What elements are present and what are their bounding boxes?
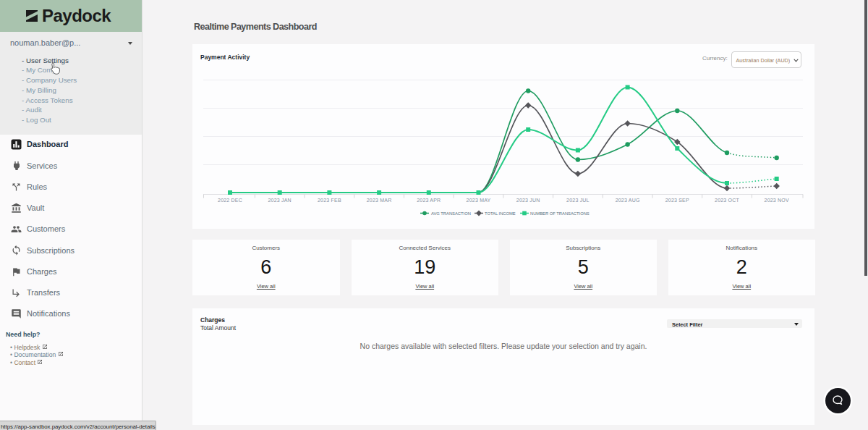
svg-text:2023 AUG: 2023 AUG — [616, 198, 640, 203]
svg-text:NUMBER OF TRANSACTIONS: NUMBER OF TRANSACTIONS — [530, 211, 590, 216]
svg-text:2023 JAN: 2023 JAN — [268, 198, 292, 203]
svg-text:2023 FEB: 2023 FEB — [318, 198, 341, 203]
svg-text:2023 SEP: 2023 SEP — [665, 198, 689, 203]
svg-text:2023 MAY: 2023 MAY — [467, 198, 491, 203]
svg-text:2023 OCT: 2023 OCT — [715, 198, 739, 203]
svg-text:AVG TRANSACTION: AVG TRANSACTION — [431, 211, 471, 216]
svg-text:TOTAL INCOME: TOTAL INCOME — [485, 211, 516, 216]
svg-text:2023 JUL: 2023 JUL — [566, 198, 590, 203]
svg-text:2022 DEC: 2022 DEC — [218, 198, 242, 203]
svg-text:2023 NOV: 2023 NOV — [765, 198, 789, 203]
svg-text:2023 APR: 2023 APR — [417, 198, 441, 203]
svg-text:2023 MAR: 2023 MAR — [367, 198, 392, 203]
svg-text:2023 JUN: 2023 JUN — [516, 198, 540, 203]
